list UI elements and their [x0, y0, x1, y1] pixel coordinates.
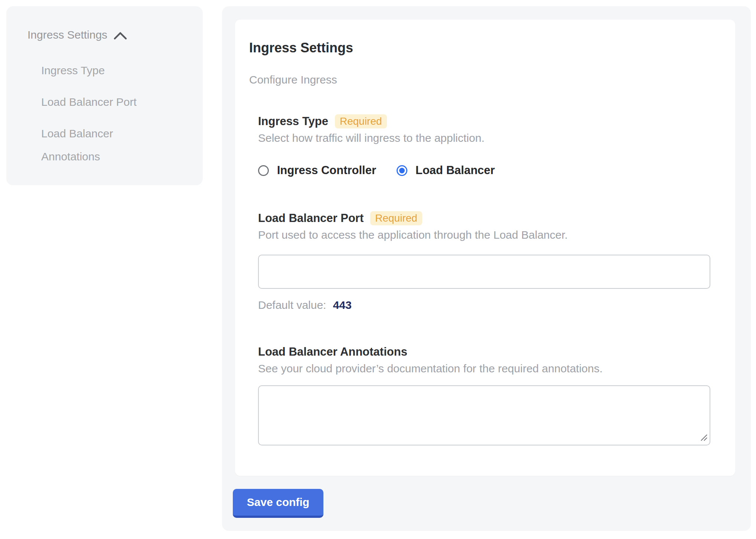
resize-handle-icon[interactable] — [700, 434, 708, 443]
radio-selected-icon — [397, 165, 407, 176]
ingress-type-radio-group: Ingress Controller Load Balancer — [258, 164, 720, 177]
form-sections: Ingress Type Required Select how traffic… — [258, 114, 720, 445]
sidebar-item-load-balancer-port[interactable]: Load Balancer Port — [41, 91, 164, 114]
page-subtitle: Configure Ingress — [249, 73, 720, 86]
chevron-up-icon — [113, 30, 127, 40]
settings-sidebar: Ingress Settings Ingress Type Load Balan… — [6, 6, 203, 185]
save-config-button[interactable]: Save config — [233, 489, 323, 518]
sidebar-section-toggle[interactable]: Ingress Settings — [27, 28, 192, 42]
radio-label-load-balancer: Load Balancer — [416, 164, 495, 177]
sidebar-item-list: Ingress Type Load Balancer Port Load Bal… — [41, 59, 192, 168]
default-value-line: Default value: 443 — [258, 298, 720, 311]
page-title: Ingress Settings — [249, 40, 720, 55]
sidebar-item-ingress-type[interactable]: Ingress Type — [41, 59, 164, 82]
section-ingress-type: Ingress Type Required Select how traffic… — [258, 114, 720, 177]
section-load-balancer-annotations: Load Balancer Annotations See your cloud… — [258, 345, 720, 445]
load-balancer-annotations-heading: Load Balancer Annotations — [258, 345, 407, 359]
sidebar-item-load-balancer-annotations[interactable]: Load Balancer Annotations — [41, 122, 164, 168]
ingress-type-heading: Ingress Type — [258, 114, 328, 128]
default-value-label: Default value: — [258, 299, 326, 311]
ingress-settings-card: Ingress Settings Configure Ingress Ingre… — [235, 20, 735, 476]
default-value: 443 — [333, 299, 352, 311]
radio-option-load-balancer[interactable]: Load Balancer — [397, 164, 495, 177]
ingress-settings-panel: Ingress Settings Configure Ingress Ingre… — [222, 6, 751, 531]
load-balancer-port-description: Port used to access the application thro… — [258, 228, 720, 241]
load-balancer-annotations-description: See your cloud provider’s documentation … — [258, 362, 720, 375]
radio-unselected-icon — [258, 165, 269, 176]
radio-label-ingress-controller: Ingress Controller — [277, 164, 376, 177]
load-balancer-annotations-textarea[interactable] — [258, 385, 710, 445]
required-badge: Required — [370, 211, 422, 225]
ingress-type-description: Select how traffic will ingress to the a… — [258, 131, 720, 144]
section-load-balancer-port: Load Balancer Port Required Port used to… — [258, 211, 720, 311]
load-balancer-port-input[interactable] — [258, 255, 710, 289]
sidebar-section-label: Ingress Settings — [27, 28, 107, 42]
radio-option-ingress-controller[interactable]: Ingress Controller — [258, 164, 376, 177]
load-balancer-port-heading: Load Balancer Port — [258, 211, 364, 225]
required-badge: Required — [335, 114, 387, 128]
